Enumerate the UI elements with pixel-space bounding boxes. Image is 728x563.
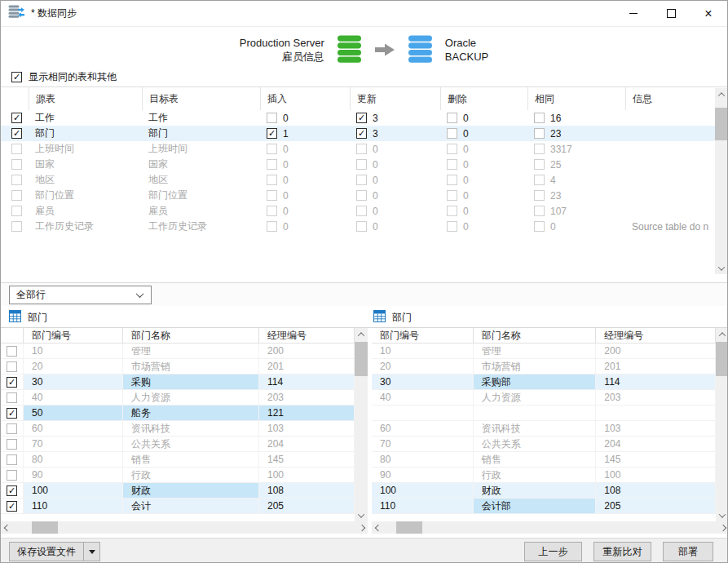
scroll-up-button[interactable] [355,328,367,340]
row-select-checkbox[interactable] [11,144,22,154]
identical-checkbox[interactable] [534,159,545,170]
grid-row[interactable]: 90行政100 [372,468,716,483]
row-select-checkbox[interactable] [11,221,22,232]
row-select-checkbox[interactable] [7,454,17,465]
save-profile-menu-button[interactable] [83,542,100,561]
recompare-button[interactable]: 重新比对 [593,542,651,561]
manager-id-column-header[interactable]: 经理编号 [259,328,355,343]
row-select-checkbox[interactable] [7,392,17,403]
grid-row[interactable]: 110会计部205 [372,499,716,514]
grid-row[interactable]: 70公共关系204 [372,437,716,452]
insert-checkbox[interactable] [267,113,277,123]
row-select-checkbox[interactable] [11,128,22,139]
update-checkbox[interactable] [356,159,367,170]
update-checkbox[interactable] [356,206,367,216]
compare-table-row[interactable]: 国家国家00025 [1,157,715,172]
identical-checkbox[interactable] [534,113,545,123]
grid-row[interactable]: 60资讯科技103 [1,421,355,437]
insert-checkbox[interactable] [267,128,277,139]
row-select-checkbox[interactable] [7,423,17,434]
grid-row[interactable]: 80销售145 [372,452,716,468]
update-checkbox[interactable] [356,144,367,154]
insert-checkbox[interactable] [267,221,277,232]
row-select-checkbox[interactable] [11,175,22,185]
grid-row[interactable]: 70公共关系204 [1,437,355,452]
grid-row[interactable]: 10管理200 [1,344,355,359]
grid-row[interactable]: 100财政108 [372,483,716,499]
scroll-down-button[interactable] [716,509,728,521]
target-table-column-header[interactable]: 目标表 [142,87,260,110]
delete-column-header[interactable]: 删除 [440,87,527,110]
grid-row[interactable]: 20市场营销201 [1,359,355,375]
grid-row[interactable]: 10管理200 [372,344,716,359]
dept-id-column-header[interactable]: 部门编号 [372,328,474,343]
scrollbar-thumb[interactable] [396,521,422,534]
insert-column-header[interactable]: 插入 [260,87,350,110]
row-select-checkbox[interactable] [7,408,17,419]
compare-table-row[interactable]: 工作工作03016 [1,110,715,126]
scrollbar-thumb[interactable] [715,108,727,140]
identical-checkbox[interactable] [534,206,545,216]
row-select-checkbox[interactable] [7,501,17,512]
grid-row[interactable]: 40人力资源203 [372,390,716,406]
source-table-column-header[interactable]: 源表 [29,87,142,110]
scroll-left-button[interactable] [1,521,13,534]
source-grid-vertical-scrollbar[interactable] [355,328,368,521]
grid-row[interactable] [372,406,716,421]
row-select-checkbox[interactable] [11,206,22,216]
target-grid-horizontal-scrollbar[interactable] [372,521,728,534]
identical-checkbox[interactable] [534,175,545,185]
scroll-right-button[interactable] [355,521,368,534]
grid-row[interactable]: 50船务121 [1,406,355,421]
grid-row[interactable]: 80销售145 [1,452,355,468]
row-select-checkbox[interactable] [7,439,17,450]
identical-checkbox[interactable] [534,144,545,154]
row-select-checkbox[interactable] [7,485,17,496]
grid-row[interactable]: 40人力资源203 [1,390,355,406]
dept-name-column-header[interactable]: 部门名称 [474,328,597,343]
row-select-checkbox[interactable] [11,113,22,123]
grid-row[interactable]: 30采购114 [1,375,355,390]
update-column-header[interactable]: 更新 [350,87,440,110]
row-select-checkbox[interactable] [7,346,17,357]
scroll-right-button[interactable] [717,521,728,534]
row-filter-dropdown[interactable]: 全部行 [9,286,152,304]
delete-checkbox[interactable] [447,159,457,170]
scroll-up-button[interactable] [715,88,727,100]
row-select-checkbox[interactable] [7,361,17,372]
identical-column-header[interactable]: 相同 [527,87,625,110]
maximize-button[interactable] [652,1,690,26]
show-identical-checkbox[interactable] [11,72,22,82]
scroll-down-button[interactable] [715,262,727,274]
minimize-button[interactable] [615,1,652,26]
insert-checkbox[interactable] [267,144,277,154]
target-grid-vertical-scrollbar[interactable] [716,328,728,521]
scrollbar-thumb[interactable] [716,342,728,376]
identical-checkbox[interactable] [534,221,545,232]
dept-id-column-header[interactable]: 部门编号 [24,328,123,343]
compare-vertical-scrollbar[interactable] [715,88,727,274]
insert-checkbox[interactable] [267,190,277,201]
grid-row[interactable]: 30采购部114 [372,375,716,390]
insert-checkbox[interactable] [267,206,277,216]
scrollbar-thumb[interactable] [32,521,58,534]
row-select-checkbox[interactable] [11,159,22,170]
delete-checkbox[interactable] [447,128,457,139]
scroll-left-button[interactable] [372,521,384,534]
grid-row[interactable]: 90行政100 [1,468,355,483]
scroll-up-button[interactable] [716,328,728,340]
update-checkbox[interactable] [356,113,367,123]
delete-checkbox[interactable] [447,144,457,154]
compare-table-row[interactable]: 工作历史记录工作历史记录0000Source table do n [1,219,715,234]
delete-checkbox[interactable] [447,190,457,201]
manager-id-column-header[interactable]: 经理编号 [596,328,716,343]
grid-row[interactable]: 100财政108 [1,483,355,499]
compare-table-row[interactable]: 部门部门13023 [1,126,715,141]
grid-row[interactable]: 20市场营销201 [372,359,716,375]
source-grid-horizontal-scrollbar[interactable] [1,521,368,534]
dept-name-column-header[interactable]: 部门名称 [123,328,259,343]
scroll-down-button[interactable] [355,509,367,521]
row-select-checkbox[interactable] [7,377,17,388]
grid-row[interactable]: 110会计205 [1,499,355,514]
scrollbar-thumb[interactable] [355,342,368,376]
